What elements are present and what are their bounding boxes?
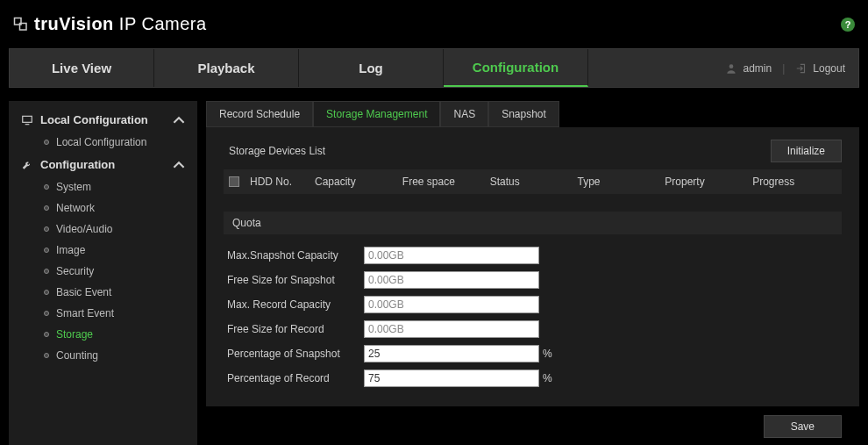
logout-icon: [795, 62, 808, 75]
input-max-record-capacity: [364, 296, 539, 313]
input-percentage-record[interactable]: [364, 370, 539, 387]
quota-section-title: Quota: [224, 212, 842, 234]
col-status: Status: [490, 176, 574, 188]
bullet-icon: [44, 140, 49, 145]
row-free-size-snapshot: Free Size for Snapshot: [224, 271, 842, 289]
brand: truVision IP Camera: [13, 14, 207, 34]
input-percentage-snapshot[interactable]: [364, 345, 539, 362]
user-name: admin: [743, 62, 772, 75]
row-max-snapshot-capacity: Max.Snapshot Capacity: [224, 247, 842, 264]
devices-list-title: Storage Devices List: [224, 145, 325, 157]
help-icon[interactable]: ?: [841, 18, 855, 32]
separator: |: [782, 62, 785, 75]
sidebar-item-video-audio[interactable]: Video/Audio: [9, 219, 197, 240]
sidebar-item-basic-event[interactable]: Basic Event: [9, 282, 197, 303]
bullet-icon: [44, 290, 49, 295]
col-capacity: Capacity: [315, 176, 399, 188]
bullet-icon: [44, 332, 49, 337]
tab-live-view[interactable]: Live View: [10, 49, 154, 87]
subtab-record-schedule[interactable]: Record Schedule: [206, 101, 313, 127]
tab-playback[interactable]: Playback: [154, 49, 299, 87]
subtab-nas[interactable]: NAS: [440, 101, 488, 127]
chevron-up-icon: [173, 159, 185, 171]
main-panel: Record Schedule Storage Management NAS S…: [206, 101, 859, 445]
svg-point-2: [729, 64, 734, 68]
col-type: Type: [577, 176, 661, 188]
suffix-percent: %: [543, 348, 552, 360]
quota-form: Max.Snapshot Capacity Free Size for Snap…: [224, 247, 842, 387]
logout-link[interactable]: Logout: [813, 62, 845, 75]
initialize-button[interactable]: Initialize: [771, 140, 842, 162]
col-hdd-no: HDD No.: [250, 176, 311, 188]
brand-icon: [13, 17, 29, 32]
bullet-icon: [44, 184, 49, 190]
sidebar-item-image[interactable]: Image: [9, 240, 197, 261]
svg-rect-3: [23, 116, 32, 122]
sidebar-item-local-configuration[interactable]: Local Configuration: [9, 132, 197, 153]
sidebar-group-configuration[interactable]: Configuration: [9, 153, 197, 176]
row-percentage-record: Percentage of Record %: [224, 370, 842, 387]
bullet-icon: [44, 353, 49, 358]
suffix-percent: %: [543, 372, 552, 384]
sidebar-item-system[interactable]: System: [9, 176, 197, 197]
user-area: admin | Logout: [725, 49, 858, 87]
col-progress: Progress: [752, 176, 836, 188]
wrench-icon: [21, 159, 33, 171]
sidebar-item-smart-event[interactable]: Smart Event: [9, 303, 197, 324]
bullet-icon: [44, 311, 49, 316]
col-free-space: Free space: [402, 176, 487, 188]
sub-tabs: Record Schedule Storage Management NAS S…: [206, 101, 859, 127]
input-free-size-record: [364, 320, 539, 338]
input-free-size-snapshot: [364, 271, 539, 289]
user-icon: [725, 62, 737, 75]
app-header: truVision IP Camera ?: [0, 0, 868, 48]
bullet-icon: [44, 269, 49, 274]
sidebar-item-counting[interactable]: Counting: [9, 345, 197, 366]
save-button[interactable]: Save: [764, 415, 842, 438]
col-property: Property: [665, 176, 749, 188]
bullet-icon: [44, 248, 49, 253]
footer-actions: Save: [206, 406, 859, 445]
input-max-snapshot-capacity: [364, 247, 539, 264]
tab-configuration[interactable]: Configuration: [444, 49, 588, 87]
devices-table-header: HDD No. Capacity Free space Status Type …: [224, 169, 842, 194]
bullet-icon: [44, 226, 49, 232]
subtab-storage-management[interactable]: Storage Management: [313, 101, 440, 127]
subtab-snapshot[interactable]: Snapshot: [488, 101, 559, 127]
bullet-icon: [44, 205, 49, 211]
sidebar-item-storage[interactable]: Storage: [9, 324, 197, 345]
row-free-size-record: Free Size for Record: [224, 320, 842, 338]
row-max-record-capacity: Max. Record Capacity: [224, 296, 842, 313]
row-percentage-snapshot: Percentage of Snapshot %: [224, 345, 842, 362]
tab-log[interactable]: Log: [299, 49, 444, 87]
sidebar-item-security[interactable]: Security: [9, 261, 197, 282]
main-nav: Live View Playback Log Configuration adm…: [9, 48, 859, 88]
select-all-checkbox[interactable]: [229, 176, 239, 187]
brand-text: truVision IP Camera: [34, 14, 207, 34]
sidebar: Local Configuration Local Configuration …: [9, 101, 197, 445]
sidebar-item-network[interactable]: Network: [9, 197, 197, 219]
content: Local Configuration Local Configuration …: [9, 101, 859, 445]
monitor-icon: [21, 114, 33, 126]
chevron-up-icon: [173, 114, 185, 126]
storage-panel: Storage Devices List Initialize HDD No. …: [206, 127, 859, 406]
sidebar-group-local-configuration[interactable]: Local Configuration: [9, 108, 197, 132]
